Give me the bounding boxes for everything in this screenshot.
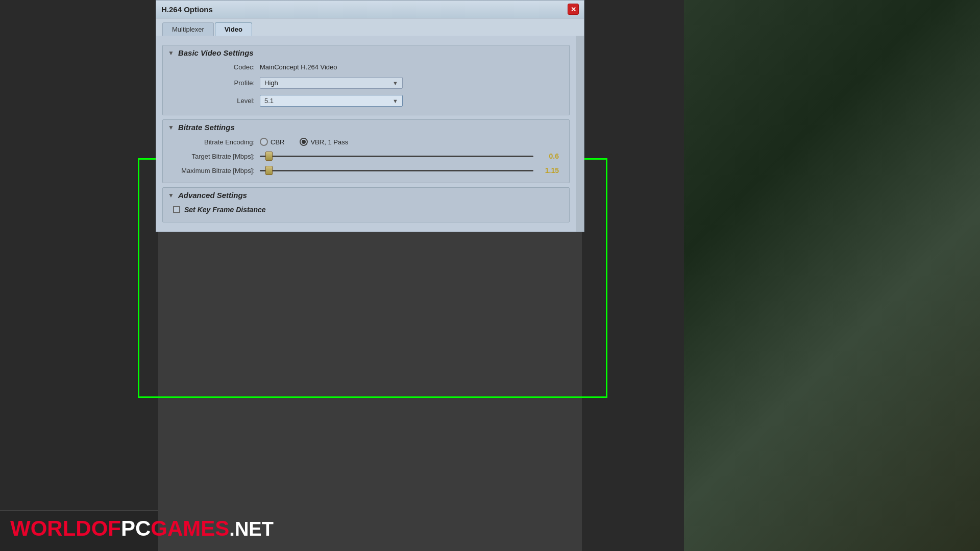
- cbr-radio-circle[interactable]: [260, 138, 268, 146]
- advanced-settings-title: Advanced Settings: [178, 191, 247, 199]
- profile-dropdown[interactable]: High ▼: [260, 77, 403, 89]
- watermark-world: WORLD: [10, 516, 91, 540]
- level-dropdown-arrow: ▼: [393, 98, 398, 104]
- target-bitrate-thumb[interactable]: [265, 152, 273, 161]
- basic-video-settings-section: ▼ Basic Video Settings Codec: MainConcep…: [162, 45, 570, 115]
- profile-row: Profile: High ▼: [163, 74, 569, 92]
- dialog-title: H.264 Options: [161, 5, 213, 14]
- target-bitrate-value: 0.6: [538, 152, 559, 160]
- level-dropdown[interactable]: 5.1 ▼: [260, 95, 403, 107]
- h264-options-dialog: H.264 Options ✕ Multiplexer Video ▼ Basi…: [156, 0, 584, 232]
- target-bitrate-row: Target Bitrate [Mbps]: 0.6: [163, 149, 569, 163]
- codec-label: Codec:: [173, 63, 255, 71]
- maximum-bitrate-row: Maximum Bitrate [Mbps]: 1.15: [163, 163, 569, 178]
- bitrate-encoding-row: Bitrate Encoding: CBR VBR, 1 Pass: [163, 135, 569, 149]
- target-bitrate-label: Target Bitrate [Mbps]:: [173, 153, 255, 160]
- photo-panel: [684, 0, 980, 551]
- close-button[interactable]: ✕: [568, 4, 579, 15]
- bitrate-encoding-radio-group: CBR VBR, 1 Pass: [260, 138, 348, 146]
- keyframe-checkbox[interactable]: [173, 206, 180, 213]
- bitrate-settings-title: Bitrate Settings: [178, 123, 235, 132]
- title-bar: H.264 Options ✕: [156, 1, 584, 18]
- watermark-pc: PC: [121, 516, 151, 540]
- codec-row: Codec: MainConcept H.264 Video: [163, 60, 569, 74]
- watermark-of: OF: [91, 516, 121, 540]
- advanced-settings-section: ▼ Advanced Settings Set Key Frame Distan…: [162, 187, 570, 222]
- bitrate-section-collapse-arrow[interactable]: ▼: [168, 124, 174, 131]
- advanced-settings-header: ▼ Advanced Settings: [163, 188, 569, 203]
- maximum-bitrate-label: Maximum Bitrate [Mbps]:: [173, 167, 255, 174]
- maximum-bitrate-track[interactable]: [260, 170, 533, 171]
- level-dropdown-value: 5.1: [264, 97, 274, 105]
- photo-bg: [684, 0, 980, 551]
- target-bitrate-track[interactable]: [260, 156, 533, 157]
- maximum-bitrate-slider-container: 1.15: [260, 166, 559, 174]
- profile-label: Profile:: [173, 79, 255, 87]
- profile-dropdown-value: High: [264, 79, 278, 87]
- vbr-radio-label: VBR, 1 Pass: [310, 138, 348, 146]
- maximum-bitrate-value: 1.15: [538, 166, 559, 174]
- keyframe-distance-row[interactable]: Set Key Frame Distance: [163, 203, 569, 217]
- cbr-radio-label: CBR: [271, 138, 284, 146]
- codec-value: MainConcept H.264 Video: [260, 63, 337, 71]
- dialog-content: ▼ Basic Video Settings Codec: MainConcep…: [156, 36, 584, 232]
- level-row: Level: 5.1 ▼: [163, 92, 569, 110]
- profile-dropdown-arrow: ▼: [393, 80, 398, 86]
- tab-multiplexer[interactable]: Multiplexer: [162, 22, 214, 36]
- maximum-bitrate-thumb[interactable]: [265, 166, 273, 175]
- basic-video-settings-title: Basic Video Settings: [178, 48, 254, 57]
- keyframe-label: Set Key Frame Distance: [184, 206, 266, 214]
- basic-video-settings-header: ▼ Basic Video Settings: [163, 45, 569, 60]
- section-collapse-arrow[interactable]: ▼: [168, 49, 174, 57]
- target-bitrate-slider-container: 0.6: [260, 152, 559, 160]
- tab-video[interactable]: Video: [215, 22, 252, 36]
- advanced-section-collapse-arrow[interactable]: ▼: [168, 192, 174, 199]
- vertical-scrollbar[interactable]: [576, 36, 584, 232]
- tab-bar: Multiplexer Video: [156, 18, 584, 36]
- scrollable-content: ▼ Basic Video Settings Codec: MainConcep…: [156, 36, 584, 232]
- bitrate-settings-header: ▼ Bitrate Settings: [163, 120, 569, 135]
- cbr-radio-item[interactable]: CBR: [260, 138, 284, 146]
- vbr-radio-item[interactable]: VBR, 1 Pass: [300, 138, 348, 146]
- watermark-dot-net: .NET: [229, 518, 274, 540]
- level-label: Level:: [173, 97, 255, 105]
- vbr-radio-circle[interactable]: [300, 138, 308, 146]
- watermark: WORLDOFPCGAMES.NET: [10, 516, 274, 541]
- bitrate-settings-section: ▼ Bitrate Settings Bitrate Encoding: CBR: [162, 119, 570, 183]
- scroll-area: ▼ Basic Video Settings Codec: MainConcep…: [156, 36, 576, 232]
- watermark-games: GAMES: [151, 516, 229, 540]
- bg-left-panel: [0, 0, 158, 551]
- bitrate-encoding-label: Bitrate Encoding:: [173, 138, 255, 146]
